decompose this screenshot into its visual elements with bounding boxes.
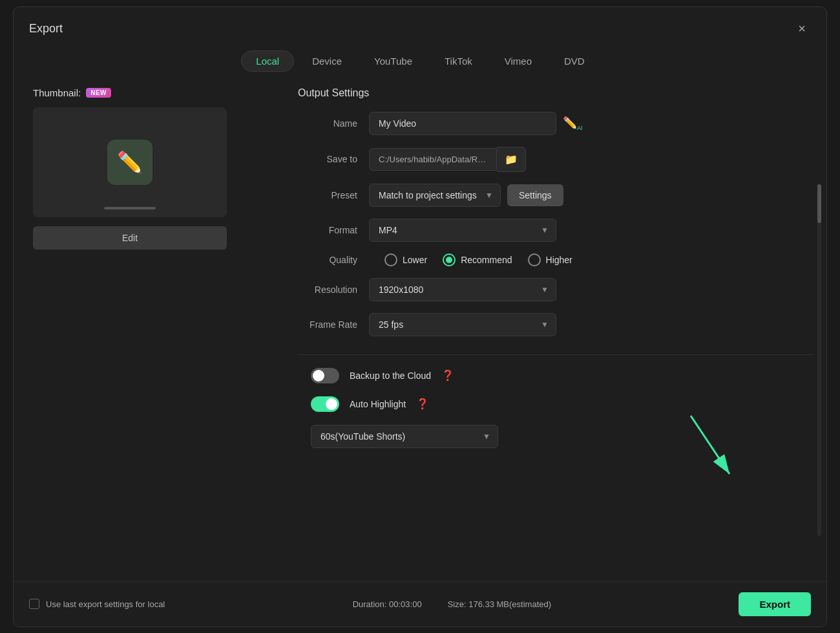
preset-label: Preset [298, 190, 369, 200]
name-label: Name [298, 118, 369, 129]
quality-label: Quality [298, 255, 369, 265]
new-badge: NEW [86, 88, 111, 98]
thumbnail-preview: ✏️ [33, 107, 227, 217]
quality-row: Quality Lower Recommend Higher [298, 253, 814, 266]
backup-label: Backup to the Cloud [350, 370, 431, 381]
duration-info: Duration: 00:03:00 [353, 599, 422, 609]
tab-vimeo[interactable]: Vimeo [490, 50, 546, 72]
thumbnail-text: Thumbnail: [33, 87, 81, 98]
shorts-select[interactable]: 60s(YouTube Shorts) 30s 15s [311, 425, 498, 448]
size-label: Size: [448, 599, 467, 609]
tab-local[interactable]: Local [241, 50, 294, 72]
thumbnail-icon-box: ✏️ [107, 140, 152, 185]
output-settings-title: Output Settings [298, 87, 814, 99]
frame-rate-row: Frame Rate 25 fps 24 fps 30 fps 60 fps ▼ [298, 313, 814, 336]
duration-value: 00:03:00 [389, 599, 422, 609]
svg-line-1 [691, 416, 730, 474]
settings-button[interactable]: Settings [507, 184, 563, 206]
footer-left: Use last export settings for local [29, 599, 165, 609]
auto-highlight-toggle[interactable] [311, 396, 339, 412]
tab-device[interactable]: Device [298, 50, 356, 72]
format-select-wrapper: MP4 MOV AVI ▼ [369, 219, 556, 242]
modal-header: Export × [14, 7, 826, 45]
edit-pencil-icon: ✏️ [117, 150, 143, 175]
scrollbar[interactable] [817, 184, 821, 536]
last-settings-label: Use last export settings for local [46, 599, 165, 609]
tab-bar: Local Device YouTube TikTok Vimeo DVD [14, 45, 826, 81]
size-value: 176.33 MB(estimated) [468, 599, 551, 609]
close-button[interactable]: × [793, 19, 811, 39]
arrow-area [298, 461, 814, 500]
save-to-row: Save to 📁 [298, 147, 814, 172]
edit-button[interactable]: Edit [33, 226, 227, 250]
quality-recommend-label: Recommend [461, 255, 512, 265]
quality-recommend-radio[interactable] [443, 253, 456, 266]
resolution-select[interactable]: 1920x1080 1280x720 3840x2160 [369, 278, 556, 301]
arrow-annotation [671, 409, 749, 487]
quality-recommend-radio-inner [446, 257, 452, 263]
resolution-label: Resolution [298, 284, 369, 295]
auto-highlight-label: Auto Highlight [350, 399, 406, 409]
frame-rate-select-wrapper: 25 fps 24 fps 30 fps 60 fps ▼ [369, 313, 556, 336]
tab-dvd[interactable]: DVD [550, 50, 599, 72]
footer: Use last export settings for local Durat… [14, 581, 826, 627]
ai-icon[interactable]: ✏️AI [563, 116, 583, 131]
modal-title: Export [29, 22, 63, 36]
save-to-label: Save to [298, 154, 369, 164]
quality-lower-radio[interactable] [384, 253, 397, 266]
name-input[interactable] [369, 112, 556, 135]
quality-lower-label: Lower [403, 255, 427, 265]
format-select[interactable]: MP4 MOV AVI [369, 219, 556, 242]
save-to-input[interactable] [369, 148, 497, 171]
preset-row: Preset Match to project settings Custom … [298, 184, 814, 207]
quality-higher-label: Higher [546, 255, 572, 265]
thumbnail-section-label: Thumbnail: NEW [33, 87, 266, 98]
scrollbar-thumb [817, 184, 821, 223]
footer-info: Duration: 00:03:00 Size: 176.33 MB(estim… [353, 599, 551, 609]
quality-lower-option[interactable]: Lower [384, 253, 427, 266]
size-info: Size: 176.33 MB(estimated) [448, 599, 551, 609]
export-modal: Export × Local Device YouTube TikTok Vim… [13, 6, 827, 627]
tab-youtube[interactable]: YouTube [360, 50, 426, 72]
name-row: Name ✏️AI [298, 112, 814, 135]
quality-higher-option[interactable]: Higher [528, 253, 572, 266]
frame-rate-label: Frame Rate [298, 319, 369, 330]
quality-higher-radio[interactable] [528, 253, 541, 266]
backup-help-icon[interactable]: ❓ [441, 369, 454, 381]
right-panel: Output Settings Name ✏️AI Save to 📁 Pres… [285, 81, 814, 581]
backup-toggle-thumb [313, 370, 324, 381]
preset-controls: Match to project settings Custom YouTube… [369, 184, 563, 207]
format-label: Format [298, 225, 369, 235]
tab-tiktok[interactable]: TikTok [430, 50, 487, 72]
auto-highlight-help-icon[interactable]: ❓ [416, 398, 429, 410]
left-panel: Thumbnail: NEW ✏️ Edit [26, 81, 272, 581]
export-button[interactable]: Export [739, 592, 811, 616]
divider [298, 354, 814, 355]
preset-select-wrapper: Match to project settings Custom YouTube… [369, 184, 501, 207]
backup-toggle[interactable] [311, 368, 339, 383]
shorts-select-wrapper: 60s(YouTube Shorts) 30s 15s ▼ [311, 425, 498, 448]
resolution-select-wrapper: 1920x1080 1280x720 3840x2160 ▼ [369, 278, 556, 301]
frame-rate-select[interactable]: 25 fps 24 fps 30 fps 60 fps [369, 313, 556, 336]
auto-highlight-toggle-thumb [326, 398, 337, 410]
resolution-row: Resolution 1920x1080 1280x720 3840x2160 … [298, 278, 814, 301]
thumbnail-slider [104, 207, 156, 209]
folder-button[interactable]: 📁 [497, 147, 526, 172]
save-to-input-group: 📁 [369, 147, 526, 172]
last-settings-checkbox[interactable] [29, 599, 39, 609]
duration-label: Duration: [353, 599, 387, 609]
format-row: Format MP4 MOV AVI ▼ [298, 219, 814, 242]
quality-recommend-option[interactable]: Recommend [443, 253, 512, 266]
backup-row: Backup to the Cloud ❓ [298, 368, 814, 383]
preset-select[interactable]: Match to project settings Custom YouTube… [369, 184, 501, 207]
